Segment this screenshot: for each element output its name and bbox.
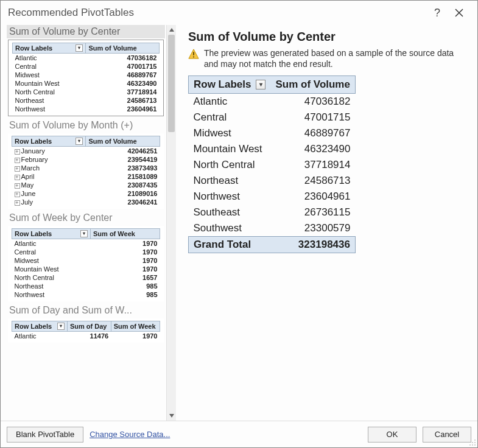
recommended-pivottables-dialog: Recommended PivotTables ? Sum of Volume … <box>0 0 478 448</box>
row-value: 985 <box>91 282 160 290</box>
recommendation-thumb: Row Labels▾Sum of DaySum of WeekAtlantic… <box>8 318 164 343</box>
filter-dropdown-icon[interactable]: ▾ <box>256 80 265 89</box>
svg-point-6 <box>472 444 473 446</box>
expand-icon[interactable]: + <box>15 166 20 172</box>
row-labels-header: Row Labels▾ <box>12 321 68 332</box>
scroll-down-arrow[interactable] <box>167 411 176 421</box>
table-row: Central47001715 <box>13 62 160 71</box>
table-row: Midwest46889767 <box>189 125 356 141</box>
filter-dropdown-icon[interactable]: ▾ <box>76 138 83 145</box>
row-label: +April <box>12 172 86 181</box>
expand-icon[interactable]: + <box>15 183 20 189</box>
recommendation-thumb: Row Labels▾Sum of WeekAtlantic1970Centra… <box>8 226 164 301</box>
table-row: Northeast24586713 <box>13 96 160 105</box>
row-value: 23087435 <box>86 181 160 189</box>
table-row: Atlantic47036182 <box>189 94 356 110</box>
blank-pivottable-button[interactable]: Blank PivotTable <box>7 427 83 443</box>
thumb-table: Row Labels▾Sum of Volume+January42046251… <box>12 136 160 206</box>
table-row: +May23087435 <box>12 181 160 189</box>
row-value: 47001715 <box>270 110 355 125</box>
row-label: Northeast <box>13 96 86 105</box>
row-label: +June <box>12 189 86 198</box>
grand-total-row: Grand Total323198436 <box>189 237 356 253</box>
table-row: North Central37718914 <box>13 88 160 96</box>
change-source-data-link[interactable]: Change Source Data... <box>90 430 170 439</box>
table-row: +June21089016 <box>12 189 160 198</box>
dialog-footer: Blank PivotTable Change Source Data... O… <box>1 421 477 447</box>
table-row: Southwest23300579 <box>189 220 356 237</box>
row-value: 47036182 <box>86 54 160 63</box>
recommendation-title: Sum of Week by Center <box>7 211 165 225</box>
recommendation-title: Sum of Day and Sum of W... <box>7 304 165 317</box>
cancel-button[interactable]: Cancel <box>423 427 471 443</box>
row-label: Central <box>13 62 86 71</box>
table-row: Central1970 <box>12 248 160 256</box>
table-row: Mountain West46323490 <box>13 79 160 88</box>
scrollbar[interactable] <box>166 25 176 421</box>
row-value: 11476 <box>67 332 111 341</box>
recommendations-pane: Sum of Volume by CenterRow Labels▾Sum of… <box>1 25 177 421</box>
row-value: 23954419 <box>86 155 160 164</box>
row-label: Atlantic <box>13 54 86 63</box>
table-row: +March23873493 <box>12 164 160 172</box>
row-value: 1970 <box>91 265 160 273</box>
close-icon <box>455 9 463 17</box>
row-value: 46889767 <box>270 125 355 141</box>
row-value: 1970 <box>91 248 160 256</box>
recommendation-item[interactable]: Sum of Volume by Month (+)Row Labels▾Sum… <box>7 119 165 209</box>
value-header: Sum of Day <box>67 321 111 332</box>
preview-table: Row Labels▾Sum of VolumeAtlantic47036182… <box>188 75 356 253</box>
scroll-track[interactable] <box>167 35 176 411</box>
row-label: Northwest <box>189 189 271 205</box>
close-button[interactable] <box>448 2 470 24</box>
row-label: North Central <box>13 88 86 96</box>
dialog-title: Recommended PivotTables <box>8 7 426 19</box>
recommendation-thumb: Row Labels▾Sum of Volume+January42046251… <box>8 133 164 209</box>
expand-icon[interactable]: + <box>15 200 20 206</box>
row-value: 37718914 <box>270 157 355 173</box>
row-value: 47001715 <box>86 62 160 71</box>
expand-icon[interactable]: + <box>15 192 20 197</box>
value-header: Sum of Week <box>111 321 160 332</box>
row-label: +May <box>12 181 86 189</box>
row-value: 47036182 <box>270 94 355 110</box>
row-value: 1970 <box>91 239 160 248</box>
row-value: 26736115 <box>270 205 355 220</box>
scroll-up-arrow[interactable] <box>167 25 176 35</box>
recommendation-item[interactable]: Sum of Day and Sum of W...Row Labels▾Sum… <box>7 304 165 343</box>
row-labels-header: Row Labels▾ <box>12 136 86 147</box>
row-value: 23873493 <box>86 164 160 172</box>
row-value: 1970 <box>111 332 160 341</box>
thumb-table: Row Labels▾Sum of DaySum of WeekAtlantic… <box>12 321 160 340</box>
value-header: Sum of Volume <box>86 43 160 54</box>
row-value: 37718914 <box>86 88 160 96</box>
table-row: +July23046241 <box>12 198 160 206</box>
row-label: Midwest <box>189 125 271 141</box>
table-row: +February23954419 <box>12 155 160 164</box>
table-row: Northwest23604961 <box>13 105 160 113</box>
grand-total-label: Grand Total <box>189 237 271 253</box>
svg-rect-1 <box>193 57 194 58</box>
row-label: Southwest <box>189 220 271 237</box>
expand-icon[interactable]: + <box>15 149 20 155</box>
ok-button[interactable]: OK <box>368 427 416 443</box>
table-row: Midwest1970 <box>12 256 160 265</box>
recommendation-thumb: Row Labels▾Sum of VolumeAtlantic47036182… <box>8 40 164 116</box>
resize-grip-icon[interactable] <box>469 439 476 446</box>
recommendation-item[interactable]: Sum of Volume by CenterRow Labels▾Sum of… <box>7 25 165 116</box>
filter-dropdown-icon[interactable]: ▾ <box>76 44 83 52</box>
row-label: +July <box>12 198 86 206</box>
filter-dropdown-icon[interactable]: ▾ <box>80 230 88 237</box>
table-row: Mountain West46323490 <box>189 141 356 157</box>
expand-icon[interactable]: + <box>15 158 20 163</box>
expand-icon[interactable]: + <box>15 175 20 180</box>
table-row: Southeast26736115 <box>189 205 356 220</box>
row-label: +March <box>12 164 86 172</box>
row-value: 21089016 <box>86 189 160 198</box>
row-labels-header: Row Labels▾ <box>13 43 86 54</box>
recommendation-item[interactable]: Sum of Week by CenterRow Labels▾Sum of W… <box>7 211 165 301</box>
scroll-thumb[interactable] <box>168 35 175 132</box>
filter-dropdown-icon[interactable]: ▾ <box>57 323 65 330</box>
help-button[interactable]: ? <box>426 2 448 24</box>
thumb-table: Row Labels▾Sum of VolumeAtlantic47036182… <box>12 43 160 113</box>
